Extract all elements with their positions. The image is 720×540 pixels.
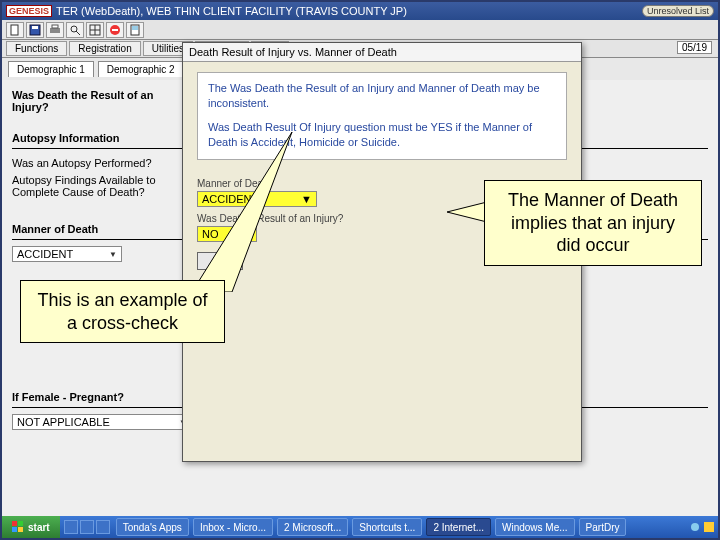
svg-rect-20 <box>18 527 23 532</box>
svg-rect-3 <box>50 28 60 33</box>
quick-launch <box>60 520 114 534</box>
menu-functions[interactable]: Functions <box>6 41 67 56</box>
start-label: start <box>28 522 50 533</box>
unresolved-list-button[interactable]: Unresolved List <box>642 5 714 17</box>
taskbar: start Tonda's Apps Inbox - Micro... 2 Mi… <box>2 516 718 538</box>
app-logo: GENESIS <box>6 5 52 17</box>
callout-manner-of-death: The Manner of Death implies that an inju… <box>484 180 702 266</box>
date-display: 05/19 <box>677 41 712 54</box>
search-icon[interactable] <box>66 22 84 38</box>
report-icon[interactable] <box>126 22 144 38</box>
start-button[interactable]: start <box>2 516 60 538</box>
tab-demographic-1[interactable]: Demographic 1 <box>8 61 94 77</box>
ql-icon[interactable] <box>64 520 78 534</box>
pregnant-select[interactable]: NOT APPLICABLE ▼ <box>12 414 192 430</box>
app-window: GENESIS TER (WebDeath), WEB THIN CLIENT … <box>0 0 720 540</box>
grid-icon[interactable] <box>86 22 104 38</box>
manner-of-death-value: ACCIDENT <box>17 248 73 260</box>
task-item[interactable]: PartDry <box>579 518 627 536</box>
svg-rect-22 <box>704 522 714 532</box>
menu-registration[interactable]: Registration <box>69 41 140 56</box>
tray-icon[interactable] <box>690 522 700 532</box>
dialog-line-1: The Was Death the Result of an Injury an… <box>208 81 556 112</box>
svg-line-6 <box>76 31 80 35</box>
tray-icon[interactable] <box>704 522 714 532</box>
autopsy-findings-label: Autopsy Findings Available to Complete C… <box>12 174 182 198</box>
injury-question-label: Was Death the Result of an Injury? <box>12 89 182 113</box>
callout-pointer-left <box>192 132 302 292</box>
task-item[interactable]: Windows Me... <box>495 518 575 536</box>
toolbar <box>2 20 718 40</box>
task-item[interactable]: Tonda's Apps <box>116 518 189 536</box>
tab-demographic-2[interactable]: Demographic 2 <box>98 61 184 77</box>
task-item[interactable]: 2 Microsoft... <box>277 518 348 536</box>
save-icon[interactable] <box>26 22 44 38</box>
ql-icon[interactable] <box>80 520 94 534</box>
ql-icon[interactable] <box>96 520 110 534</box>
pregnant-value: NOT APPLICABLE <box>17 416 110 428</box>
task-item[interactable]: Shortcuts t... <box>352 518 422 536</box>
svg-rect-4 <box>52 25 58 28</box>
print-preview-icon[interactable] <box>46 22 64 38</box>
svg-rect-2 <box>32 26 38 29</box>
abort-icon[interactable] <box>106 22 124 38</box>
window-title: TER (WebDeath), WEB THIN CLIENT FACILITY… <box>56 5 407 17</box>
chevron-down-icon: ▼ <box>301 193 312 205</box>
svg-rect-0 <box>11 25 18 35</box>
svg-rect-17 <box>12 521 17 526</box>
svg-rect-18 <box>18 521 23 526</box>
chevron-down-icon: ▼ <box>109 250 117 259</box>
task-item[interactable]: Inbox - Micro... <box>193 518 273 536</box>
titlebar: GENESIS TER (WebDeath), WEB THIN CLIENT … <box>2 2 718 20</box>
svg-marker-15 <box>192 132 292 292</box>
callout-cross-check: This is an example of a cross-check <box>20 280 225 343</box>
manner-of-death-select[interactable]: ACCIDENT ▼ <box>12 246 122 262</box>
new-icon[interactable] <box>6 22 24 38</box>
svg-rect-19 <box>12 527 17 532</box>
task-item[interactable]: 2 Internet... <box>426 518 491 536</box>
svg-point-21 <box>691 523 699 531</box>
windows-logo-icon <box>12 521 24 533</box>
dialog-title: Death Result of Injury vs. Manner of Dea… <box>183 43 581 62</box>
autopsy-performed-label: Was an Autopsy Performed? <box>12 157 182 169</box>
system-tray <box>690 522 718 532</box>
